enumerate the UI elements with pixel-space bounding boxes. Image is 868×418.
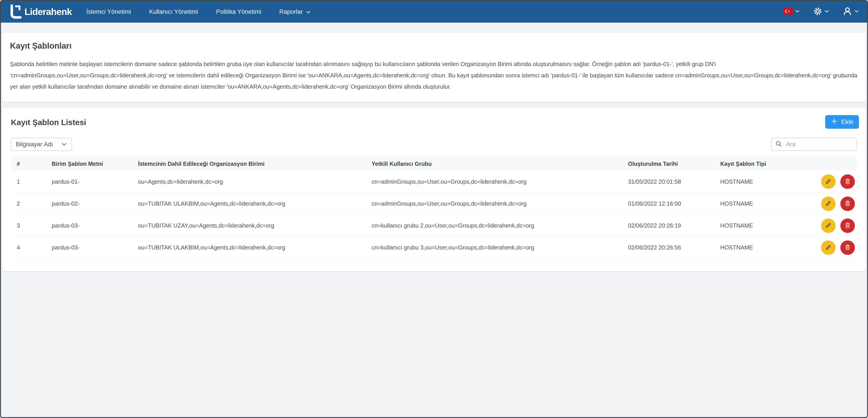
nav-item-kullanici-yonetimi[interactable]: Kullanıcı Yönetimi	[149, 8, 198, 15]
trash-icon	[843, 199, 852, 208]
filter-field-dropdown[interactable]: Bilgisayar Adı	[11, 138, 72, 151]
cell-unit-template-text: pardus-03-	[52, 215, 138, 237]
table-header-cell: Kayıt Şablon Tipi	[720, 157, 815, 171]
pencil-icon	[824, 221, 832, 230]
table-row: 2 pardus-02- ou=TUBITAK ULAKBIM,ou=Agent…	[11, 193, 857, 215]
edit-button[interactable]	[821, 197, 836, 211]
brand-name: Liderahenk	[25, 6, 72, 17]
edit-button[interactable]	[821, 218, 836, 233]
cell-created-date: 31/05/2022 20:01:58	[628, 171, 720, 193]
intro-card: Kayıt Şablonları Şablonda belirtilen met…	[2, 33, 866, 102]
nav-item-raporlar[interactable]: Raporlar	[279, 8, 311, 15]
cell-index: 3	[11, 215, 52, 237]
cell-actions	[815, 237, 857, 258]
table-header-row: # Birim Şablon Metni İstemcinin Dahil Ed…	[11, 157, 857, 171]
nav-item-politika-yonetimi[interactable]: Politika Yönetimi	[216, 8, 261, 15]
cell-actions	[815, 215, 857, 237]
cell-actions	[815, 193, 857, 215]
cell-template-type: HOSTNAME	[720, 215, 815, 237]
chevron-down-icon	[855, 10, 859, 14]
search-input[interactable]	[785, 141, 853, 148]
cell-actions	[815, 171, 857, 193]
cell-created-date: 01/06/2022 12:16:00	[628, 193, 720, 215]
cell-unit-template-text: pardus-02-	[52, 193, 138, 215]
filter-field-value: Bilgisayar Adı	[16, 141, 53, 148]
cell-template-type: HOSTNAME	[720, 237, 815, 258]
pencil-icon	[824, 243, 832, 252]
delete-button[interactable]	[840, 240, 855, 255]
cell-index: 2	[11, 193, 52, 215]
edit-button[interactable]	[821, 174, 836, 189]
chevron-down-icon	[825, 10, 829, 14]
cell-index: 4	[11, 237, 52, 258]
nav-item-istemci-yonetimi[interactable]: İstemci Yönetimi	[86, 8, 131, 15]
delete-button[interactable]	[840, 218, 855, 233]
table-row: 4 pardus-03- ou=TUBITAK ULAKBIM,ou=Agent…	[11, 237, 857, 258]
user-menu[interactable]	[843, 6, 859, 17]
cell-unit-template-text: pardus-01-	[52, 171, 138, 193]
table-header-cell: Oluşturulma Tarihi	[628, 157, 720, 171]
chevron-down-icon	[795, 10, 800, 14]
cell-authorized-group: cn=adminGroups,ou=User,ou=Groups,dc=lide…	[371, 171, 628, 193]
plus-icon	[831, 117, 838, 127]
search-box	[771, 138, 857, 151]
turkish-flag-icon	[783, 8, 793, 15]
chevron-down-icon	[61, 141, 67, 148]
chevron-down-icon	[306, 8, 311, 15]
pencil-icon	[824, 199, 832, 208]
template-table: # Birim Şablon Metni İstemcinin Dahil Ed…	[11, 157, 857, 259]
table-header-cell: Yetkili Kullanıcı Grubu	[371, 157, 628, 171]
delete-button[interactable]	[840, 197, 855, 211]
navbar-right	[783, 6, 859, 17]
add-template-button[interactable]: Ekle	[825, 115, 859, 129]
trash-icon	[843, 243, 852, 252]
cell-authorized-group: cn=adminGroups,ou=User,ou=Groups,dc=lide…	[371, 193, 628, 215]
cell-organization-unit: ou=TUBITAK UZAY,ou=Agents,dc=liderahenk,…	[138, 215, 371, 237]
page-title: Kayıt Şablonları	[10, 41, 858, 51]
cell-authorized-group: cn=kullanıcı grubu 2,ou=User,ou=Groups,d…	[371, 215, 628, 237]
search-icon	[775, 140, 782, 148]
table-header-cell: #	[11, 157, 52, 171]
edit-button[interactable]	[821, 240, 836, 255]
filter-row: Bilgisayar Adı	[9, 138, 859, 151]
table-header-cell: Birim Şablon Metni	[52, 157, 138, 171]
cell-organization-unit: ou=TUBITAK ULAKBIM,ou=Agents,dc=liderahe…	[138, 237, 371, 258]
page-description: Şablonda belirtilen metinle başlayan ist…	[10, 58, 858, 92]
cell-created-date: 02/06/2022 20:26:56	[628, 237, 720, 258]
cell-organization-unit: ou=Agents,dc=liderahenk,dc=org	[138, 171, 371, 193]
settings-menu[interactable]	[813, 7, 829, 17]
app-window: Liderahenk İstemci Yönetimi Kullanıcı Yö…	[0, 0, 868, 418]
language-selector[interactable]	[783, 8, 800, 15]
cell-organization-unit: ou=TUBITAK ULAKBIM,ou=Agents,dc=liderahe…	[138, 193, 371, 215]
table-row: 1 pardus-01- ou=Agents,dc=liderahenk,dc=…	[11, 171, 857, 193]
liderahenk-logo-icon	[9, 4, 22, 19]
brand-logo[interactable]: Liderahenk	[9, 4, 72, 19]
top-navbar: Liderahenk İstemci Yönetimi Kullanıcı Yö…	[1, 1, 867, 23]
template-list-card: Kayıt Şablon Listesi Ekle Bilgisayar Adı	[2, 108, 866, 271]
cell-created-date: 02/06/2022 20:26:19	[628, 215, 720, 237]
list-title: Kayıt Şablon Listesi	[11, 118, 859, 127]
table-row: 3 pardus-03- ou=TUBITAK UZAY,ou=Agents,d…	[11, 215, 857, 237]
add-button-label: Ekle	[841, 118, 854, 126]
cell-unit-template-text: pardus-03-	[52, 237, 138, 258]
cell-index: 1	[11, 171, 52, 193]
table-header-cell-actions	[815, 157, 857, 171]
cell-template-type: HOSTNAME	[720, 171, 815, 193]
table-header-cell: İstemcinin Dahil Edileceği Organizasyon …	[138, 157, 371, 171]
trash-icon	[843, 177, 852, 186]
cell-authorized-group: cn=kullanıcı grubu 3,ou=User,ou=Groups,d…	[371, 237, 628, 258]
nav-menu: İstemci Yönetimi Kullanıcı Yönetimi Poli…	[86, 8, 311, 15]
nav-item-raporlar-label: Raporlar	[279, 8, 303, 15]
user-icon	[843, 6, 852, 17]
gear-icon	[813, 7, 822, 17]
template-table-body: 1 pardus-01- ou=Agents,dc=liderahenk,dc=…	[11, 171, 857, 258]
trash-icon	[843, 221, 852, 230]
delete-button[interactable]	[840, 174, 855, 189]
cell-template-type: HOSTNAME	[720, 193, 815, 215]
pencil-icon	[824, 177, 832, 186]
